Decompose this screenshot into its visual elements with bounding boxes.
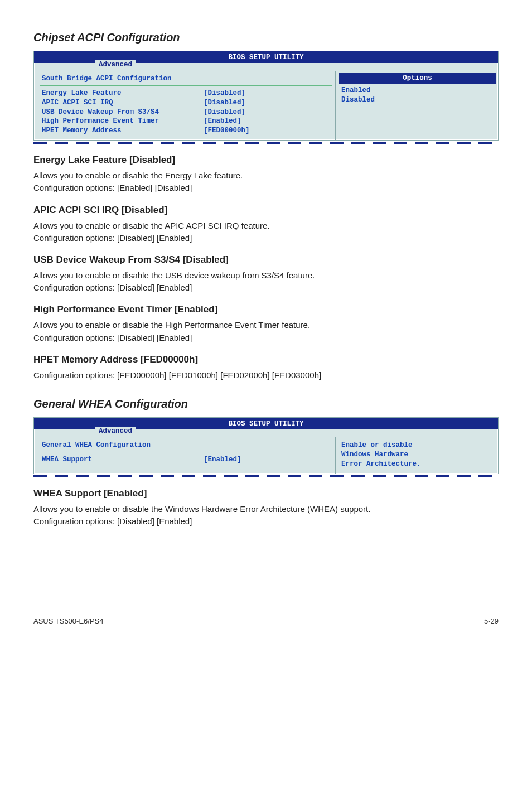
bios-row[interactable]: WHEA Support[Enabled] xyxy=(42,455,330,465)
section-head: APIC ACPI SCI IRQ [Disabled] xyxy=(33,204,499,217)
row-label: HPET Memory Address xyxy=(42,126,204,136)
section-line: Allows you to enable or disable the USB … xyxy=(33,270,499,281)
row-value: [FED00000h] xyxy=(204,126,250,136)
section-line: Configuration options: [Enabled] [Disabl… xyxy=(33,182,499,194)
bios-row[interactable]: High Performance Event Timer[Enabled] xyxy=(42,117,330,126)
row-value: [Enabled] xyxy=(204,455,241,465)
bios-tab: Advanced xyxy=(95,427,136,436)
page-footer: ASUS TS500-E6/PS4 5-29 xyxy=(33,616,499,626)
section-line: Allows you to enable or disable the APIC… xyxy=(33,220,499,231)
footer-right: 5-29 xyxy=(484,616,499,626)
dashed-divider xyxy=(33,475,499,477)
row-label: Energy Lake Feature xyxy=(42,89,204,98)
option-item[interactable]: Enabled xyxy=(341,86,494,95)
row-label: USB Device Wakeup From S3/S4 xyxy=(42,108,204,117)
bios-right-panel: Enable or disable Windows Hardware Error… xyxy=(335,437,498,474)
bios-title-text: BIOS SETUP UTILITY xyxy=(228,54,303,61)
bios-row[interactable]: HPET Memory Address[FED00000h] xyxy=(42,126,330,136)
help-line: Enable or disable xyxy=(341,441,494,450)
bios-left-panel: General WHEA Configuration WHEA Support[… xyxy=(34,437,335,474)
row-value: [Disabled] xyxy=(204,98,245,108)
bios-row[interactable]: USB Device Wakeup From S3/S4[Disabled] xyxy=(42,108,330,117)
bios-title-bar: BIOS SETUP UTILITY Advanced xyxy=(34,418,498,429)
help-line: Windows Hardware xyxy=(341,450,494,460)
section-line: Configuration options: [FED00000h] [FED0… xyxy=(33,370,499,381)
section-head: USB Device Wakeup From S3/S4 [Disabled] xyxy=(33,254,499,267)
bios-left-panel: South Bridge ACPI Configuration Energy L… xyxy=(34,71,335,140)
bios-tab: Advanced xyxy=(95,60,136,70)
section-head: Energy Lake Feature [Disabled] xyxy=(33,154,499,167)
section-line: Allows you to enable or disable the Ener… xyxy=(33,170,499,181)
section-line: Configuration options: [Disabled] [Enabl… xyxy=(33,516,499,527)
footer-left: ASUS TS500-E6/PS4 xyxy=(33,616,104,626)
section-head: High Performance Event Timer [Enabled] xyxy=(33,303,499,316)
section-line: Configuration options: [Disabled] [Enabl… xyxy=(33,282,499,293)
panel-heading: General WHEA Configuration xyxy=(42,441,330,450)
row-label: WHEA Support xyxy=(42,455,204,465)
whea-title: General WHEA Configuration xyxy=(33,397,499,412)
chipset-title: Chipset ACPI Configuration xyxy=(33,30,499,45)
row-label: High Performance Event Timer xyxy=(42,117,204,126)
row-label: APIC ACPI SCI IRQ xyxy=(42,98,204,108)
section-line: Configuration options: [Disabled] [Enabl… xyxy=(33,233,499,244)
section-line: Configuration options: [Disabled] [Enabl… xyxy=(33,332,499,344)
bios-right-panel: Options Enabled Disabled xyxy=(335,71,498,140)
chipset-bios-box: BIOS SETUP UTILITY Advanced South Bridge… xyxy=(33,51,499,141)
section-line: Allows you to enable or disable the Wind… xyxy=(33,504,499,515)
help-line: Error Architecture. xyxy=(341,460,494,469)
section-head: WHEA Support [Enabled] xyxy=(33,487,499,500)
section-head: HPET Memory Address [FED00000h] xyxy=(33,354,499,366)
row-value: [Disabled] xyxy=(204,89,245,98)
bios-row[interactable]: APIC ACPI SCI IRQ[Disabled] xyxy=(42,98,330,108)
option-item[interactable]: Disabled xyxy=(341,95,494,105)
dashed-divider xyxy=(33,142,499,144)
panel-heading: South Bridge ACPI Configuration xyxy=(42,74,330,84)
bios-title-bar: BIOS SETUP UTILITY Advanced xyxy=(34,51,498,63)
bios-title-text: BIOS SETUP UTILITY xyxy=(228,420,303,428)
options-header: Options xyxy=(339,73,496,84)
whea-bios-box: BIOS SETUP UTILITY Advanced General WHEA… xyxy=(33,417,499,474)
bios-row[interactable]: Energy Lake Feature[Disabled] xyxy=(42,89,330,98)
section-line: Allows you to enable or disable the High… xyxy=(33,320,499,331)
row-value: [Disabled] xyxy=(204,108,245,117)
row-value: [Enabled] xyxy=(204,117,241,126)
